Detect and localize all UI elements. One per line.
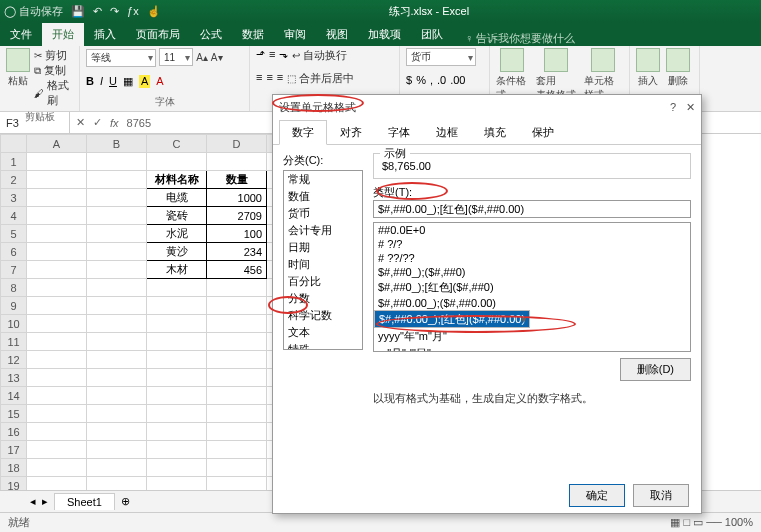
tab-file[interactable]: 文件 [0, 23, 42, 46]
cell[interactable] [27, 333, 87, 351]
underline-button[interactable]: U [109, 75, 117, 88]
cell[interactable]: 材料名称 [147, 171, 207, 189]
view-layout-icon[interactable]: □ [683, 516, 690, 528]
tab-nav-prev-icon[interactable]: ◂ [30, 495, 36, 508]
cell[interactable] [207, 153, 267, 171]
cell[interactable] [27, 441, 87, 459]
comma-icon[interactable]: , [430, 74, 433, 86]
row-header[interactable]: 11 [1, 333, 27, 351]
cell[interactable]: 2709 [207, 207, 267, 225]
cell[interactable]: 黄沙 [147, 243, 207, 261]
font-size-select[interactable]: 11 [159, 48, 193, 66]
tab-nav-next-icon[interactable]: ▸ [42, 495, 48, 508]
cell[interactable] [147, 279, 207, 297]
dialog-tab[interactable]: 对齐 [327, 120, 375, 145]
row-header[interactable]: 16 [1, 423, 27, 441]
formula-input[interactable]: 8765 [127, 117, 151, 129]
tell-me[interactable]: ♀ 告诉我你想要做什么 [465, 31, 575, 46]
cell[interactable] [207, 351, 267, 369]
cell[interactable] [147, 405, 207, 423]
cell[interactable] [207, 315, 267, 333]
font-name-select[interactable]: 等线 [86, 49, 156, 67]
cell[interactable] [87, 441, 147, 459]
cell[interactable]: 电缆 [147, 189, 207, 207]
insert-cells-button[interactable]: 插入 [636, 48, 660, 88]
sheet-tab-1[interactable]: Sheet1 [54, 493, 115, 510]
cell[interactable] [147, 297, 207, 315]
cell[interactable] [147, 315, 207, 333]
cell[interactable]: 234 [207, 243, 267, 261]
tab-insert[interactable]: 插入 [84, 23, 126, 46]
cell[interactable] [147, 369, 207, 387]
col-header[interactable]: A [27, 135, 87, 153]
row-header[interactable]: 2 [1, 171, 27, 189]
tab-layout[interactable]: 页面布局 [126, 23, 190, 46]
border-button[interactable]: ▦ [123, 75, 133, 88]
category-item[interactable]: 百分比 [284, 273, 362, 290]
cell[interactable]: 100 [207, 225, 267, 243]
category-item[interactable]: 特殊 [284, 341, 362, 350]
merge-button[interactable]: ⬚ 合并后居中 [287, 71, 354, 86]
cell[interactable] [87, 459, 147, 477]
category-item[interactable]: 常规 [284, 171, 362, 188]
cell[interactable] [87, 369, 147, 387]
format-item[interactable]: ##0.0E+0 [374, 223, 690, 237]
format-item[interactable]: $#,##0.00_);[红色]($#,##0.00) [374, 310, 530, 328]
undo-icon[interactable]: ↶ [93, 5, 102, 18]
format-item[interactable]: yyyy"年"m"月" [374, 328, 690, 345]
bold-button[interactable]: B [86, 75, 94, 88]
col-header[interactable]: B [87, 135, 147, 153]
cell[interactable] [27, 153, 87, 171]
cell[interactable] [147, 153, 207, 171]
align-center-icon[interactable]: ≡ [266, 71, 272, 86]
cancel-formula-icon[interactable]: ✕ [76, 116, 85, 129]
row-header[interactable]: 3 [1, 189, 27, 207]
cell[interactable] [87, 423, 147, 441]
row-header[interactable]: 13 [1, 369, 27, 387]
category-item[interactable]: 日期 [284, 239, 362, 256]
category-item[interactable]: 时间 [284, 256, 362, 273]
cell[interactable]: 456 [207, 261, 267, 279]
cell[interactable] [27, 423, 87, 441]
autosave-toggle[interactable]: ◯ 自动保存 [4, 4, 63, 19]
row-header[interactable]: 9 [1, 297, 27, 315]
cut-button[interactable]: ✂ 剪切 [34, 48, 73, 63]
cell[interactable] [27, 351, 87, 369]
row-header[interactable]: 17 [1, 441, 27, 459]
wrap-button[interactable]: ↩ 自动换行 [292, 48, 347, 63]
align-mid-icon[interactable]: ≡ [269, 48, 275, 63]
tab-view[interactable]: 视图 [316, 23, 358, 46]
tab-team[interactable]: 团队 [411, 23, 453, 46]
redo-icon[interactable]: ↷ [110, 5, 119, 18]
category-item[interactable]: 文本 [284, 324, 362, 341]
cell[interactable] [27, 189, 87, 207]
painter-button[interactable]: 🖌 格式刷 [34, 78, 73, 108]
format-item[interactable]: $#,##0_);($#,##0) [374, 265, 690, 279]
cell[interactable] [207, 297, 267, 315]
format-item[interactable]: $#,##0_);[红色]($#,##0) [374, 279, 690, 296]
dec-dec-icon[interactable]: .00 [450, 74, 465, 86]
align-bot-icon[interactable]: ⬎ [279, 48, 288, 63]
tab-data[interactable]: 数据 [232, 23, 274, 46]
fx-button[interactable]: fx [110, 117, 119, 129]
row-header[interactable]: 6 [1, 243, 27, 261]
cell[interactable] [27, 405, 87, 423]
cell[interactable] [27, 243, 87, 261]
row-header[interactable]: 5 [1, 225, 27, 243]
name-box[interactable]: F3 [0, 112, 70, 133]
cell[interactable] [207, 369, 267, 387]
cell[interactable] [27, 459, 87, 477]
cell[interactable] [207, 441, 267, 459]
cell[interactable]: 水泥 [147, 225, 207, 243]
cell[interactable] [27, 171, 87, 189]
cell[interactable] [87, 243, 147, 261]
cell[interactable] [87, 207, 147, 225]
row-header[interactable]: 7 [1, 261, 27, 279]
cell[interactable] [87, 225, 147, 243]
cell[interactable] [27, 261, 87, 279]
view-normal-icon[interactable]: ▦ [670, 516, 680, 528]
cell[interactable] [27, 279, 87, 297]
cell[interactable] [207, 405, 267, 423]
close-icon[interactable]: ✕ [686, 101, 695, 114]
category-item[interactable]: 数值 [284, 188, 362, 205]
